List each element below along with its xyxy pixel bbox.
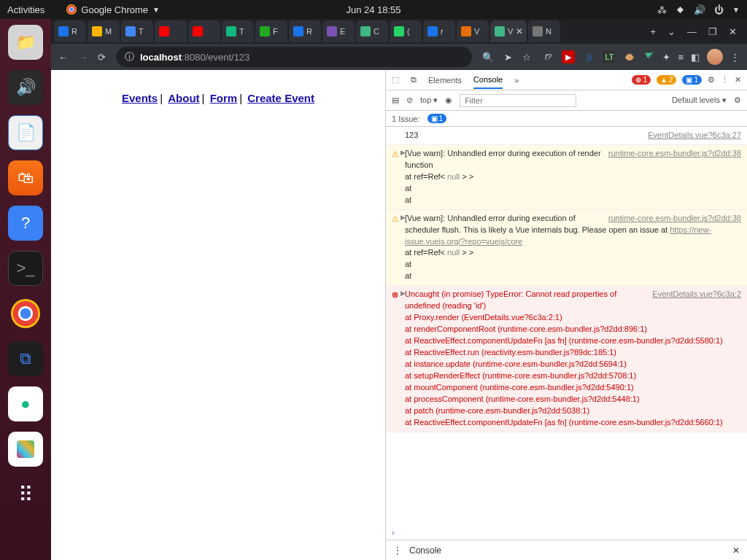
- tab-search-icon[interactable]: ⌄: [667, 26, 676, 37]
- writer-app[interactable]: 📄: [8, 115, 43, 150]
- rhythmbox-app[interactable]: 🔊: [8, 70, 43, 105]
- levels-selector[interactable]: Default levels ▾: [672, 96, 727, 105]
- more-tabs-icon[interactable]: »: [514, 76, 519, 85]
- close-tab-icon[interactable]: ✕: [516, 26, 523, 36]
- zoom-icon[interactable]: 🔍: [482, 52, 494, 63]
- side-panel-icon[interactable]: ◧: [691, 52, 700, 63]
- console-settings-icon[interactable]: ⚙: [734, 96, 741, 105]
- filter-input[interactable]: [460, 94, 576, 107]
- vue-devtools-icon[interactable]: [643, 51, 655, 63]
- ext-icon[interactable]: 🐵: [623, 50, 636, 63]
- close-window-icon[interactable]: ✕: [729, 26, 737, 37]
- expand-icon[interactable]: ▶: [400, 148, 406, 158]
- show-apps[interactable]: ⠿: [8, 477, 43, 512]
- bookmark-icon[interactable]: ☆: [522, 52, 531, 63]
- browser-tab[interactable]: T: [121, 20, 153, 42]
- kebab-icon[interactable]: ⋮: [393, 545, 402, 556]
- tray-icon[interactable]: ⁂: [657, 4, 667, 15]
- browser-tab[interactable]: V: [457, 20, 489, 42]
- console-err[interactable]: EventDetails.vue?6c3a:2▶Uncaught (in pro…: [386, 286, 747, 432]
- browser-tab[interactable]: (: [390, 20, 422, 42]
- browser-tab[interactable]: N: [528, 20, 560, 42]
- device-icon[interactable]: ⧉: [411, 75, 417, 85]
- activities-button[interactable]: Activities: [7, 4, 44, 15]
- browser-tab[interactable]: V✕: [490, 20, 527, 42]
- browser-tab[interactable]: [155, 20, 187, 42]
- slack-app[interactable]: [8, 432, 43, 467]
- issues-bar[interactable]: 1 Issue: ▣1: [386, 111, 747, 127]
- inspect-icon[interactable]: ⬚: [392, 75, 399, 85]
- ext-icon[interactable]: LT: [603, 50, 616, 63]
- info-count[interactable]: ▣1: [682, 75, 702, 85]
- browser-tab[interactable]: T: [222, 20, 254, 42]
- tab-elements[interactable]: Elements: [428, 76, 462, 85]
- console-prompt[interactable]: ›: [386, 525, 747, 540]
- mongodb-app[interactable]: ●: [8, 386, 43, 421]
- drawer-tab-console[interactable]: Console: [409, 545, 441, 556]
- app-name: Google Chrome: [81, 4, 148, 15]
- reading-list-icon[interactable]: ≡: [678, 52, 684, 63]
- send-icon[interactable]: ➤: [504, 52, 512, 63]
- console-warn[interactable]: runtime-core.esm-bundler.js?d2dd:38▶[Vue…: [386, 145, 747, 210]
- warning-count[interactable]: ▲2: [657, 75, 676, 85]
- favicon: [159, 26, 169, 36]
- ext-icon[interactable]: f?: [541, 50, 554, 63]
- source-link[interactable]: runtime-core.esm-bundler.js?d2dd:38: [608, 148, 741, 160]
- warning-icon: [392, 214, 400, 222]
- source-link[interactable]: EventDetails.vue?6c3a:2: [652, 289, 741, 300]
- back-button[interactable]: ←: [58, 52, 68, 63]
- ext-icon[interactable]: )): [582, 50, 595, 63]
- new-tab-button[interactable]: +: [650, 26, 656, 37]
- reload-button[interactable]: ⟳: [98, 52, 106, 63]
- kebab-icon[interactable]: ⋮: [721, 75, 729, 85]
- minimize-icon[interactable]: —: [687, 26, 697, 37]
- network-icon[interactable]: ⯁: [676, 4, 685, 15]
- clear-console-icon[interactable]: ⊘: [406, 96, 413, 105]
- link[interactable]: https://new-issue.vuejs.org/?repo=vuejs/…: [405, 225, 711, 246]
- browser-tab[interactable]: F: [255, 20, 287, 42]
- nav-create[interactable]: Create Event: [247, 92, 314, 104]
- info-icon[interactable]: ⓘ: [125, 50, 134, 63]
- error-count[interactable]: ⊗1: [632, 75, 651, 85]
- console-warn[interactable]: runtime-core.esm-bundler.js?d2dd:38▶[Vue…: [386, 210, 747, 287]
- ext-icon[interactable]: ▶: [562, 50, 575, 63]
- browser-tab[interactable]: R: [289, 20, 321, 42]
- settings-icon[interactable]: ⚙: [708, 75, 715, 85]
- menu-icon[interactable]: ⋮: [730, 52, 740, 63]
- browser-tab[interactable]: M: [88, 20, 120, 42]
- browser-tab[interactable]: r: [423, 20, 455, 42]
- favicon: [394, 26, 404, 36]
- clock[interactable]: Jun 24 18:55: [346, 4, 400, 15]
- power-icon[interactable]: ⏻: [714, 4, 724, 15]
- vscode-app[interactable]: ⧉: [8, 341, 43, 376]
- tab-console[interactable]: Console: [473, 75, 503, 89]
- nav-events[interactable]: Events: [122, 92, 158, 104]
- files-app[interactable]: 📁: [8, 25, 43, 60]
- extensions-icon[interactable]: ✦: [662, 52, 670, 63]
- source-link[interactable]: EventDetails.vue?6c3a:27: [648, 130, 741, 141]
- context-selector[interactable]: top ▾: [420, 96, 438, 105]
- expand-icon[interactable]: ▶: [400, 213, 406, 222]
- nav-about[interactable]: About: [168, 92, 199, 104]
- address-bar[interactable]: ⓘ localhost:8080/event/123: [116, 47, 472, 67]
- sidebar-toggle-icon[interactable]: ▤: [392, 96, 399, 105]
- nav-form[interactable]: Form: [210, 92, 238, 104]
- profile-avatar[interactable]: [707, 49, 723, 65]
- maximize-icon[interactable]: ❐: [708, 26, 717, 37]
- terminal-app[interactable]: >_: [8, 251, 43, 286]
- browser-tab[interactable]: C: [356, 20, 388, 42]
- expand-icon[interactable]: ▶: [400, 289, 406, 298]
- console-log[interactable]: EventDetails.vue?6c3a:27123: [386, 127, 747, 145]
- browser-tab[interactable]: [188, 20, 220, 42]
- browser-tab[interactable]: E: [322, 20, 355, 42]
- chrome-app[interactable]: [8, 296, 43, 331]
- browser-tab[interactable]: R: [54, 20, 86, 42]
- volume-icon[interactable]: 🔊: [694, 4, 705, 15]
- help-app[interactable]: ?: [8, 206, 43, 241]
- close-drawer-icon[interactable]: ✕: [732, 545, 740, 556]
- app-menu[interactable]: Google Chrome ▼: [66, 4, 160, 15]
- source-link[interactable]: runtime-core.esm-bundler.js?d2dd:38: [608, 213, 741, 225]
- software-store-app[interactable]: 🛍: [8, 160, 43, 195]
- close-devtools-icon[interactable]: ✕: [735, 75, 741, 85]
- live-expr-icon[interactable]: ◉: [445, 96, 452, 105]
